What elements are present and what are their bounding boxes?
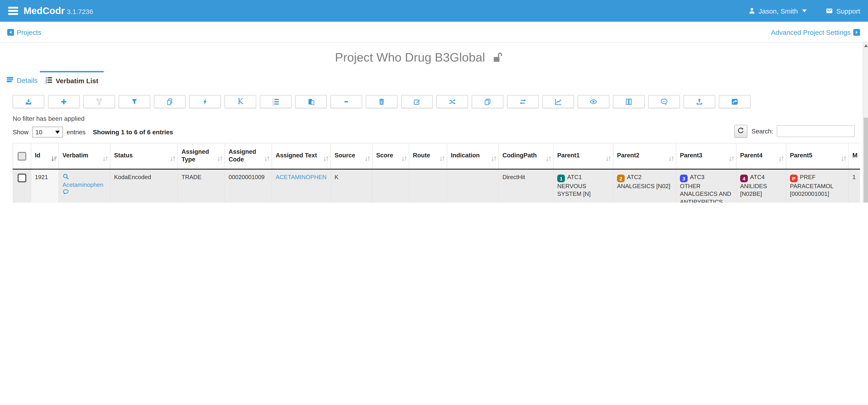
svg-text:3: 3: [272, 103, 274, 105]
comment-icon[interactable]: [62, 189, 69, 195]
vertical-scrollbar[interactable]: [863, 42, 868, 203]
column-header-assigned_type[interactable]: Assigned Type: [178, 143, 225, 169]
filter-icon: [131, 98, 138, 105]
refresh-button[interactable]: [734, 125, 747, 138]
column-header-assigned_code[interactable]: Assigned Code: [225, 143, 272, 169]
copy-icon: [484, 98, 491, 105]
unlock-icon[interactable]: [493, 51, 503, 62]
user-menu[interactable]: Jason, Smith: [748, 7, 807, 15]
ordered-list-button[interactable]: 123: [260, 95, 291, 108]
cell-verbatim: Acetaminophen: [59, 169, 110, 203]
paste-button[interactable]: [295, 95, 327, 108]
sort-icon: [323, 155, 329, 162]
column-header-coding_path[interactable]: CodingPath: [499, 143, 553, 169]
column-header-score[interactable]: Score: [372, 143, 409, 169]
top-navbar: MedCodr 3.1.7236 Jason, Smith Support: [0, 0, 868, 22]
sort-desc-icon: [51, 155, 57, 162]
scroll-up-icon[interactable]: [864, 44, 868, 47]
page-size-select[interactable]: 10: [32, 127, 63, 137]
sort-icon: [439, 155, 445, 162]
add-button[interactable]: [48, 95, 80, 108]
parent-text: NERVOUS SYSTEM [N]: [557, 182, 609, 198]
column-header-source[interactable]: Source: [331, 143, 372, 169]
search-input[interactable]: [777, 125, 855, 137]
shuffle-button[interactable]: [436, 95, 468, 108]
column-label: Parent2: [617, 152, 640, 159]
column-label: Assigned Type: [182, 148, 209, 163]
column-label: Score: [376, 152, 393, 159]
exchange-button[interactable]: [507, 95, 539, 108]
delete-button[interactable]: [366, 95, 398, 108]
select-all-checkbox[interactable]: [18, 152, 26, 161]
sort-icon: [605, 155, 612, 162]
vertical-scroll-thumb[interactable]: [864, 117, 868, 203]
copy-pages-button[interactable]: [154, 95, 186, 108]
column-header-parent5[interactable]: Parent5: [786, 143, 848, 169]
column-header-route[interactable]: Route: [409, 143, 447, 169]
column-header-parent4[interactable]: Parent4: [736, 143, 786, 169]
app-brand[interactable]: MedCodr: [24, 5, 65, 16]
remove-button[interactable]: [331, 95, 362, 108]
tab-verbatim-list[interactable]: 123 Verbatim List: [40, 71, 104, 90]
autocode-button[interactable]: [189, 95, 221, 108]
tab-details[interactable]: Details: [6, 76, 38, 85]
shuffle-icon: [448, 98, 456, 105]
caret-square-left-icon: [7, 29, 14, 35]
copy-pages-icon: [166, 98, 174, 105]
fork-button[interactable]: [83, 95, 115, 108]
sort-icon: [364, 155, 371, 162]
edit-button[interactable]: [401, 95, 433, 108]
search-icon[interactable]: [62, 173, 69, 180]
fork-icon: [95, 98, 103, 105]
trash-icon: [378, 98, 385, 105]
projects-link[interactable]: Projects: [7, 22, 41, 42]
export-button[interactable]: [13, 95, 44, 108]
tab-details-label: Details: [17, 76, 38, 84]
search-label: Search:: [751, 128, 773, 135]
comment-button[interactable]: [648, 95, 680, 108]
column-label: Parent1: [557, 152, 580, 159]
chart-icon: [555, 98, 562, 105]
column-header-id[interactable]: Id: [31, 143, 59, 169]
cell-parent2: 2ATC2ANALGESICS [N02]: [613, 169, 676, 203]
caret-square-right-icon: [853, 29, 860, 35]
verbatim-link[interactable]: Acetaminophen: [62, 181, 103, 188]
verbatim-table: IdVerbatimStatusAssigned TypeAssigned Co…: [13, 143, 860, 203]
support-link[interactable]: Support: [826, 7, 860, 15]
breadcrumb: Projects Advanced Project Settings: [0, 22, 868, 42]
column-header-indication[interactable]: Indication: [447, 143, 499, 169]
copy-button[interactable]: [472, 95, 503, 108]
column-label: Assigned Code: [228, 148, 256, 163]
upload-button[interactable]: [684, 95, 715, 108]
column-header-m[interactable]: M: [848, 143, 860, 169]
cell-m: 1: [848, 169, 860, 203]
filter-button[interactable]: [119, 95, 150, 108]
column-header-verbatim[interactable]: Verbatim: [59, 143, 110, 169]
cell-parent1: 1ATC1NERVOUS SYSTEM [N]: [553, 169, 613, 203]
upload-icon: [696, 98, 703, 105]
columns-button[interactable]: [613, 95, 645, 108]
column-header-status[interactable]: Status: [110, 143, 178, 169]
table-controls: Show 10 entries Showing 1 to 6 of 6 entr…: [0, 125, 868, 140]
column-label: Status: [114, 152, 133, 159]
column-header-parent1[interactable]: Parent1: [553, 143, 613, 169]
user-name: Jason, Smith: [758, 7, 798, 15]
row-checkbox[interactable]: [18, 173, 26, 182]
assigned-text-link[interactable]: ACETAMINOPHEN: [276, 173, 327, 180]
share-button[interactable]: [719, 95, 750, 108]
column-header-parent2[interactable]: Parent2: [613, 143, 676, 169]
page-title: Project Who Drug B3Global: [335, 50, 485, 65]
menu-icon[interactable]: [8, 7, 18, 15]
view-button[interactable]: [578, 95, 609, 108]
column-header-parent3[interactable]: Parent3: [676, 143, 736, 169]
column-header-assigned_text[interactable]: Assigned Text: [272, 143, 331, 169]
showing-entries-text: Showing 1 to 6 of 6 entries: [93, 129, 173, 136]
column-label: Source: [335, 152, 355, 159]
list-ol-icon: 123: [272, 98, 279, 105]
advanced-settings-link[interactable]: Advanced Project Settings: [771, 22, 860, 42]
svg-text:3: 3: [45, 81, 47, 84]
koda-button[interactable]: K: [224, 95, 256, 108]
parent-text: ANILIDES [N02BE]: [740, 182, 782, 198]
chart-button[interactable]: [542, 95, 574, 108]
k-letter-icon: K: [238, 98, 243, 105]
